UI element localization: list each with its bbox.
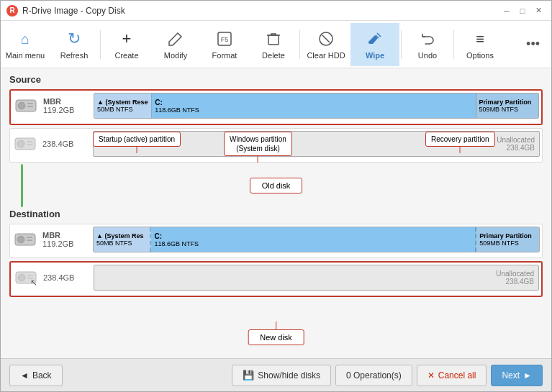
svg-point-18	[18, 274, 25, 281]
destination-label: Destination	[9, 209, 543, 219]
source-recovery-partition[interactable]: Primary Partition 509MB NTFS	[476, 94, 538, 118]
titlebar-left: R R-Drive Image - Copy Disk	[6, 5, 125, 17]
svg-rect-16	[27, 240, 32, 241]
delete-icon	[263, 29, 284, 49]
show-hide-label: Show/hide disks	[258, 370, 320, 380]
minimize-button[interactable]: ─	[499, 4, 514, 17]
options-button[interactable]: ≡ Options	[456, 23, 505, 66]
modify-label: Modify	[164, 51, 187, 60]
toolbar-sep-3	[401, 30, 402, 59]
back-label: Back	[32, 370, 52, 380]
source-disk-1-row: MBR 119.2GB ▲ (System Rese 50MB NTFS C: …	[13, 93, 539, 119]
next-button[interactable]: Next ►	[491, 365, 543, 386]
toolbar-sep-1	[100, 30, 101, 59]
svg-text:F5: F5	[221, 36, 229, 43]
bottom-right: 💾 Show/hide disks 0 Operation(s) ✕ Cance…	[232, 365, 543, 386]
operations-button[interactable]: 0 Operation(s)	[335, 365, 412, 386]
window-title: R-Drive Image - Copy Disk	[22, 6, 125, 16]
green-separator-line	[21, 164, 23, 207]
dest-disk-2-size: 238.4GB	[43, 273, 89, 282]
delete-button[interactable]: Delete	[249, 23, 298, 66]
create-icon: +	[117, 29, 137, 49]
dest-unallocated: Unallocated 238.4GB	[94, 265, 538, 290]
source-disk-1-icon	[13, 96, 39, 116]
new-disk-callout: New disk	[248, 329, 304, 345]
cursor-icon: ↖	[30, 278, 37, 288]
source-disk-1-size: 119.2GB	[43, 106, 89, 114]
dest-system-partition[interactable]: ▲ (System Res 50MB NTFS	[94, 227, 151, 252]
source-windows-partition[interactable]: C: 118.6GB NTFS	[152, 94, 476, 118]
dest-disk-1-container[interactable]: MBR 119.2GB ▲ (System Res 50MB NTFS C: 1…	[9, 224, 543, 258]
source-disk-2-container[interactable]: 238.4GB Unallocated 238.4GB	[9, 128, 543, 163]
dest-recovery-partition[interactable]: Primary Partition 509MB NTFS	[476, 227, 539, 252]
toolbar-sep-4	[453, 30, 454, 59]
cancel-icon: ✕	[427, 370, 435, 380]
source-disk-1-partitions: ▲ (System Rese 50MB NTFS C: 118.6GB NTFS…	[94, 93, 539, 119]
dest-disk-1-type: MBR	[42, 231, 89, 240]
next-arrow-icon: ►	[523, 370, 532, 380]
cancel-all-button[interactable]: ✕ Cancel all	[417, 365, 487, 386]
dest-disk-2-icon: ↖	[13, 268, 39, 288]
bottom-left: ◄ Back	[9, 365, 63, 386]
refresh-button[interactable]: ↻ Refresh	[50, 23, 99, 66]
modify-icon	[166, 29, 186, 49]
toolbar-sep-2	[299, 30, 300, 59]
old-disk-callout: Old disk	[250, 178, 303, 193]
svg-point-6	[18, 102, 25, 109]
format-icon: F5	[214, 29, 235, 49]
source-disk-2-size: 238.4GB	[42, 140, 89, 148]
source-disk-1-info: MBR 119.2GB	[43, 97, 89, 114]
more-options-icon[interactable]: •••	[520, 34, 546, 55]
destination-section: Destination MBR 119.2GB	[9, 209, 543, 297]
dest-disk-1-info: MBR 119.2GB	[42, 231, 89, 248]
delete-label: Delete	[262, 51, 285, 60]
svg-rect-7	[27, 103, 33, 104]
maximize-button[interactable]: □	[515, 4, 530, 17]
back-button[interactable]: ◄ Back	[9, 365, 63, 386]
svg-rect-11	[27, 141, 32, 142]
dest-disk-1-icon	[12, 229, 38, 250]
dest-hard-disk-icon	[14, 231, 37, 248]
svg-rect-19	[27, 275, 33, 276]
operations-label: 0 Operation(s)	[346, 370, 402, 380]
toolbar: ⌂ Main menu ↻ Refresh + Create Modify F5…	[1, 21, 551, 68]
close-button[interactable]: ✕	[531, 4, 546, 17]
options-label: Options	[466, 51, 494, 60]
dest-disk-2-container[interactable]: ↖ 238.4GB Unallocated 238.4GB	[9, 261, 543, 297]
home-icon: ⌂	[15, 29, 35, 49]
titlebar: R R-Drive Image - Copy Disk ─ □ ✕	[1, 1, 551, 21]
main-content: Source MBR 119.2GB	[1, 68, 551, 358]
svg-point-14	[17, 236, 24, 243]
source-system-partition[interactable]: ▲ (System Rese 50MB NTFS	[94, 94, 152, 118]
source-disk-1-container[interactable]: MBR 119.2GB ▲ (System Rese 50MB NTFS C: …	[9, 89, 543, 125]
back-arrow-icon: ◄	[20, 370, 29, 380]
cancel-label: Cancel all	[438, 370, 476, 380]
source-label: Source	[9, 74, 543, 85]
titlebar-controls: ─ □ ✕	[499, 4, 546, 17]
dest-windows-partition[interactable]: C: 118.6GB NTFS	[151, 227, 476, 252]
hard-disk-icon	[14, 97, 37, 114]
next-label: Next	[502, 370, 520, 380]
undo-button[interactable]: Undo	[403, 23, 452, 66]
source-section: Source MBR 119.2GB	[9, 74, 543, 163]
bottom-bar: ◄ Back 💾 Show/hide disks 0 Operation(s) …	[1, 358, 551, 391]
wipe-icon	[365, 29, 385, 49]
main-window: R R-Drive Image - Copy Disk ─ □ ✕ ⌂ Main…	[0, 0, 552, 392]
modify-button[interactable]: Modify	[151, 23, 200, 66]
wipe-button[interactable]: Wipe	[350, 23, 399, 66]
source-disk-2-icon	[12, 134, 38, 154]
main-menu-button[interactable]: ⌂ Main menu	[1, 23, 50, 66]
create-button[interactable]: + Create	[102, 23, 151, 66]
clear-hdd-button[interactable]: Clear HDD	[302, 23, 350, 66]
show-hide-disks-button[interactable]: 💾 Show/hide disks	[232, 365, 331, 386]
svg-rect-15	[27, 237, 32, 238]
svg-rect-12	[27, 144, 32, 145]
app-icon: R	[6, 5, 18, 17]
dest-disk-1-size: 119.2GB	[42, 240, 89, 248]
wipe-label: Wipe	[366, 51, 384, 60]
new-disk-callout-line	[276, 322, 276, 330]
format-label: Format	[212, 51, 237, 60]
clear-hdd-label: Clear HDD	[307, 51, 345, 60]
dest-disk-2-row: ↖ 238.4GB Unallocated 238.4GB	[13, 265, 539, 291]
format-button[interactable]: F5 Format	[200, 23, 249, 66]
